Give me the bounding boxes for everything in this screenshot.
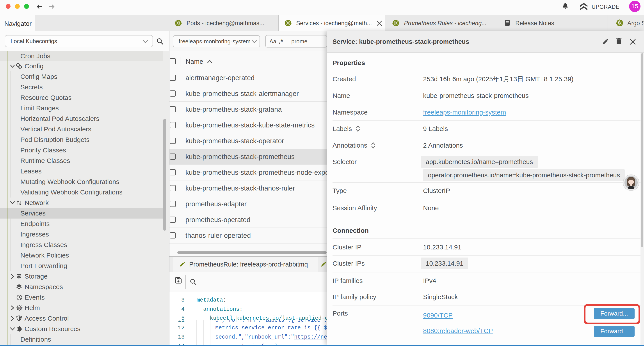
svg-text:HELM: HELM xyxy=(17,307,22,309)
